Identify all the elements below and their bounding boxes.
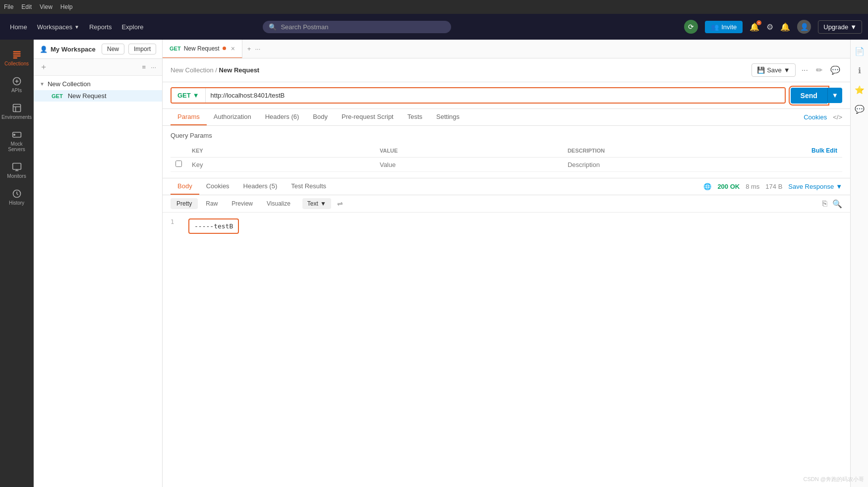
- notifications-icon[interactable]: 🔔•: [750, 22, 759, 32]
- chevron-down-icon: ▼: [40, 81, 45, 87]
- copy-icon[interactable]: ⎘: [822, 199, 827, 209]
- right-icon-info[interactable]: ℹ: [855, 63, 864, 78]
- search-bar[interactable]: 🔍 Search Postman: [263, 21, 451, 33]
- new-button[interactable]: New: [102, 44, 124, 54]
- svg-rect-2: [13, 55, 20, 57]
- more-icon[interactable]: ···: [151, 63, 156, 71]
- tab-headers[interactable]: Headers (6): [258, 109, 306, 125]
- req-tabs-list: Params Authorization Headers (6) Body Pr…: [171, 109, 466, 125]
- more-options-button[interactable]: ···: [800, 64, 810, 77]
- comment-icon[interactable]: 💬: [828, 63, 842, 77]
- resp-tab-cookies[interactable]: Cookies: [199, 178, 236, 195]
- collections-toolbar: ＋ ≡ ···: [34, 59, 162, 76]
- code-button[interactable]: </>: [833, 113, 842, 121]
- checkbox-col-header: [171, 144, 187, 158]
- collections-panel: 👤 My Workspace New Import ＋ ≡ ··· ▼ New …: [34, 40, 163, 487]
- right-icon-chat[interactable]: 💬: [852, 102, 868, 117]
- status-badge: 200 OK: [717, 183, 740, 190]
- resp-format-tabs: Pretty Raw Preview Visualize Text ▼ ⇌ ⎘ …: [163, 195, 850, 213]
- save-button[interactable]: 💾 Save ▼: [752, 63, 796, 77]
- wrap-icon[interactable]: ⇌: [337, 200, 343, 208]
- response-meta: 🌐 200 OK 8 ms 174 B Save Response ▼: [703, 183, 842, 190]
- format-visualize[interactable]: Visualize: [261, 198, 296, 209]
- import-button[interactable]: Import: [128, 44, 156, 54]
- row-checkbox[interactable]: [175, 161, 182, 167]
- response-tabs-bar: Body Cookies Headers (5) Test Results 🌐 …: [163, 178, 850, 195]
- tab-settings[interactable]: Settings: [429, 109, 466, 125]
- resp-tab-body[interactable]: Body: [171, 178, 199, 195]
- menu-view[interactable]: View: [40, 3, 53, 10]
- nav-bar: Home Workspaces ▼ Reports Explore 🔍 Sear…: [0, 14, 868, 40]
- main-content: GET New Request × + ··· New Collection /…: [163, 40, 850, 487]
- tab-tests[interactable]: Tests: [401, 109, 429, 125]
- send-button[interactable]: Send: [791, 88, 827, 104]
- sidebar-item-environments[interactable]: Environments: [2, 99, 32, 124]
- more-tabs-icon[interactable]: ···: [255, 45, 260, 53]
- query-params: Query Params KEY VALUE DESCRIPTION Bulk …: [163, 126, 850, 178]
- request-item[interactable]: GET New Request: [34, 90, 162, 102]
- add-collection-icon[interactable]: ＋: [40, 62, 48, 72]
- right-icon-star[interactable]: ⭐: [852, 82, 868, 98]
- workspace-title: 👤 My Workspace: [40, 46, 96, 53]
- edit-icon[interactable]: ✏: [814, 63, 824, 77]
- request-name: New Request: [68, 92, 107, 100]
- resp-tabs: Body Cookies Headers (5) Test Results: [171, 178, 333, 195]
- key-input[interactable]: [192, 161, 370, 168]
- search-response-icon[interactable]: 🔍: [832, 199, 842, 209]
- avatar[interactable]: 👤: [797, 20, 811, 34]
- response-code-text: -----testB: [188, 218, 239, 234]
- resp-tab-test-results[interactable]: Test Results: [284, 178, 333, 195]
- settings-icon[interactable]: ⚙: [766, 22, 773, 32]
- method-select[interactable]: GET ▼: [172, 88, 206, 103]
- menu-help[interactable]: Help: [60, 3, 73, 10]
- bell-icon[interactable]: 🔔: [780, 22, 790, 32]
- format-raw[interactable]: Raw: [200, 198, 224, 209]
- format-preview[interactable]: Preview: [226, 198, 259, 209]
- tab-params[interactable]: Params: [171, 109, 207, 125]
- resp-tab-headers[interactable]: Headers (5): [236, 178, 285, 195]
- invite-icon: 👥: [711, 23, 719, 31]
- nav-reports[interactable]: Reports: [89, 23, 112, 31]
- tab-actions: + ···: [242, 45, 265, 53]
- sort-icon[interactable]: ≡: [142, 63, 146, 71]
- upgrade-button[interactable]: Upgrade ▼: [818, 20, 862, 34]
- sidebar-item-history[interactable]: History: [2, 185, 32, 210]
- sync-icon[interactable]: ⟳: [684, 20, 698, 34]
- nav-workspaces[interactable]: Workspaces ▼: [37, 23, 79, 31]
- request-tabs: Params Authorization Headers (6) Body Pr…: [163, 109, 850, 126]
- nav-home[interactable]: Home: [10, 23, 27, 31]
- tab-body[interactable]: Body: [306, 109, 335, 125]
- invite-button[interactable]: 👥 Invite: [705, 21, 743, 33]
- value-input[interactable]: [380, 161, 558, 168]
- tab-prerequest[interactable]: Pre-request Script: [335, 109, 401, 125]
- send-dropdown-button[interactable]: ▼: [827, 88, 842, 103]
- query-params-title: Query Params: [171, 132, 842, 139]
- desc-input[interactable]: [568, 161, 746, 168]
- bulk-edit-header[interactable]: Bulk Edit: [770, 144, 842, 158]
- value-col-header: VALUE: [375, 144, 563, 158]
- collection-item[interactable]: ▼ New Collection: [34, 78, 162, 90]
- sidebar-item-mock-servers[interactable]: Mock Servers: [2, 126, 32, 156]
- sidebar-item-collections[interactable]: Collections: [2, 46, 32, 70]
- active-tab[interactable]: GET New Request ×: [163, 40, 242, 58]
- tab-authorization[interactable]: Authorization: [207, 109, 258, 125]
- sidebar-item-monitors[interactable]: Monitors: [2, 158, 32, 183]
- format-pretty[interactable]: Pretty: [171, 198, 198, 209]
- save-dropdown-icon[interactable]: ▼: [784, 66, 790, 74]
- method-label: GET: [177, 92, 191, 99]
- sidebar-label-mock-servers: Mock Servers: [4, 141, 30, 152]
- main-layout: Collections APIs Environments Mock Serve…: [0, 40, 868, 487]
- cookies-link[interactable]: Cookies: [804, 113, 827, 121]
- svg-rect-0: [13, 51, 20, 53]
- close-tab-icon[interactable]: ×: [231, 45, 235, 53]
- menu-file[interactable]: File: [4, 3, 13, 10]
- url-input[interactable]: [206, 88, 785, 103]
- menu-edit[interactable]: Edit: [21, 3, 32, 10]
- save-response-button[interactable]: Save Response ▼: [788, 183, 842, 190]
- add-tab-icon[interactable]: +: [247, 45, 251, 53]
- right-icon-doc[interactable]: 📄: [852, 44, 868, 59]
- sidebar-item-apis[interactable]: APIs: [2, 72, 32, 97]
- text-format-dropdown[interactable]: Text ▼: [302, 198, 331, 209]
- nav-explore[interactable]: Explore: [121, 23, 143, 31]
- toolbar-icons: ≡ ···: [142, 63, 156, 71]
